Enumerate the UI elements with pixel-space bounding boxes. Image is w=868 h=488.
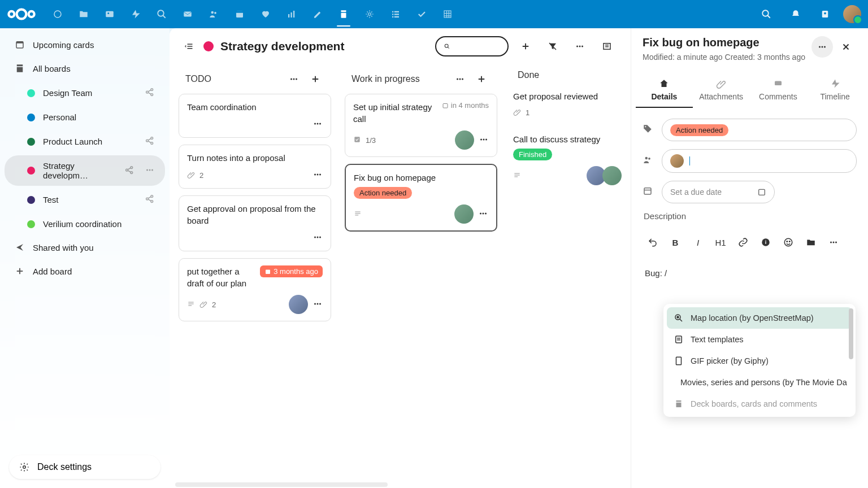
- svg-point-135: [830, 242, 832, 243]
- analytics-icon[interactable]: [279, 2, 304, 27]
- column-add-icon[interactable]: [472, 70, 491, 88]
- svg-rect-92: [266, 269, 270, 274]
- card-more-icon[interactable]: [313, 169, 323, 181]
- sidebar-item-verilium[interactable]: Verilium coordination: [5, 213, 165, 234]
- close-icon[interactable]: [835, 36, 857, 58]
- svg-rect-12: [236, 11, 243, 13]
- card[interactable]: Turn notes into a proposal 2: [179, 145, 331, 189]
- sidebar-item-product-launch[interactable]: Product Launch: [5, 130, 165, 153]
- sidebar-shared[interactable]: Shared with you: [5, 237, 165, 258]
- contacts-menu-icon[interactable]: [814, 3, 836, 25]
- notes-icon[interactable]: [305, 2, 330, 27]
- svg-line-41: [148, 90, 151, 91]
- card-more-icon[interactable]: [478, 208, 488, 220]
- board-title: Strategy development: [220, 40, 344, 53]
- add-list-button[interactable]: [515, 36, 536, 56]
- slash-item-deck[interactable]: Deck boards, cards and comments: [667, 393, 852, 415]
- sidebar-add-board[interactable]: Add board: [5, 260, 165, 282]
- slash-item-map[interactable]: Map location (by OpenStreetMap): [667, 307, 852, 329]
- user-avatar[interactable]: [843, 5, 861, 23]
- sidebar-all-boards[interactable]: All boards: [5, 58, 165, 79]
- card-title: Turn notes into a proposal: [187, 152, 323, 164]
- h1-button[interactable]: H1: [710, 232, 731, 252]
- undo-button[interactable]: [643, 232, 663, 252]
- board-more-icon[interactable]: [570, 36, 590, 56]
- svg-rect-129: [759, 189, 765, 195]
- search-icon[interactable]: [755, 3, 778, 25]
- card-more-icon[interactable]: [313, 299, 323, 311]
- card[interactable]: Fix bug on homepage Action needed: [345, 164, 497, 232]
- card[interactable]: Get proposal reviewed 1: [511, 86, 624, 122]
- search-app-icon[interactable]: [149, 2, 174, 27]
- column-more-icon[interactable]: [451, 70, 469, 88]
- tab-attachments[interactable]: Attachments: [693, 73, 750, 108]
- sidebar-item-strategy[interactable]: Strategy developm…: [5, 155, 165, 186]
- share-icon[interactable]: [124, 165, 134, 177]
- list-icon[interactable]: [383, 2, 408, 27]
- sidebar-item-label: Verilium coordination: [43, 219, 121, 229]
- slash-item-templates[interactable]: Text templates: [667, 329, 852, 350]
- board-search[interactable]: [435, 36, 509, 56]
- files-icon[interactable]: [71, 2, 96, 27]
- tab-comments[interactable]: Comments: [750, 73, 807, 108]
- emoji-button[interactable]: [778, 232, 798, 252]
- assign-input[interactable]: [662, 149, 857, 173]
- card[interactable]: Set up initial strategy call in 4 months…: [345, 94, 497, 157]
- card-more-icon[interactable]: [313, 119, 323, 130]
- folder-button[interactable]: [801, 232, 821, 252]
- calendar-icon[interactable]: [227, 2, 252, 27]
- card[interactable]: Team coordination: [179, 94, 331, 138]
- sidebar-item-design-team[interactable]: Design Team: [5, 81, 165, 104]
- horizontal-scrollbar[interactable]: [175, 482, 388, 487]
- more-icon[interactable]: [145, 165, 155, 177]
- svg-point-119: [822, 46, 823, 48]
- info-button[interactable]: i: [756, 232, 776, 252]
- share-icon[interactable]: [145, 136, 155, 147]
- svg-point-89: [314, 237, 316, 238]
- tags-input[interactable]: Action needed: [662, 119, 857, 141]
- column-more-icon[interactable]: [285, 70, 303, 88]
- card-title: Fix bug on homepage: [354, 172, 488, 184]
- sidebar-item-personal[interactable]: Personal: [5, 107, 165, 128]
- collapse-sidebar-icon[interactable]: [183, 40, 197, 53]
- tab-details[interactable]: Details: [636, 73, 693, 108]
- card-more-icon[interactable]: [313, 232, 323, 244]
- italic-button[interactable]: I: [688, 232, 708, 252]
- share-icon[interactable]: [145, 194, 155, 206]
- ai-icon[interactable]: [357, 2, 382, 27]
- photos-icon[interactable]: [97, 2, 122, 27]
- contacts-icon[interactable]: [201, 2, 226, 27]
- activity-icon[interactable]: [123, 2, 148, 27]
- board-details-icon[interactable]: [597, 36, 617, 56]
- deck-icon[interactable]: [331, 2, 356, 27]
- bold-button[interactable]: B: [665, 232, 685, 252]
- toolbar-more-icon[interactable]: [823, 232, 844, 252]
- tab-timeline[interactable]: Timeline: [806, 73, 863, 108]
- card[interactable]: Get approval on proposal from the board: [179, 195, 331, 251]
- tasks-icon[interactable]: [409, 2, 434, 27]
- board-search-input[interactable]: [454, 42, 500, 51]
- share-icon[interactable]: [145, 87, 155, 99]
- card-more-icon[interactable]: [479, 134, 489, 146]
- slash-item-gif[interactable]: GIF picker (by Giphy): [667, 350, 852, 372]
- tables-icon[interactable]: [435, 2, 460, 27]
- dashboard-icon[interactable]: [45, 2, 70, 27]
- filter-icon[interactable]: [542, 36, 563, 56]
- sidebar-item-test[interactable]: Test: [5, 188, 165, 211]
- slash-item-movies[interactable]: Movies, series and persons (by The Movie…: [667, 372, 852, 393]
- link-button[interactable]: [733, 232, 753, 252]
- mail-icon[interactable]: [175, 2, 200, 27]
- logo[interactable]: [7, 7, 41, 21]
- detail-more-icon[interactable]: [811, 36, 833, 58]
- column-add-icon[interactable]: [306, 70, 324, 88]
- sidebar-upcoming[interactable]: Upcoming cards: [5, 34, 165, 55]
- svg-point-137: [835, 242, 837, 243]
- card[interactable]: Call to discuss strategy Finished: [511, 129, 624, 190]
- card[interactable]: put together a draft of our plan 3 month…: [179, 258, 331, 321]
- deck-settings-button[interactable]: Deck settings: [9, 455, 160, 479]
- slash-scrollbar[interactable]: [849, 308, 853, 359]
- due-date-input[interactable]: Set a due date: [662, 181, 775, 203]
- health-icon[interactable]: [253, 2, 278, 27]
- editor-content[interactable]: Bug: /: [643, 264, 857, 282]
- notifications-icon[interactable]: [784, 3, 807, 25]
